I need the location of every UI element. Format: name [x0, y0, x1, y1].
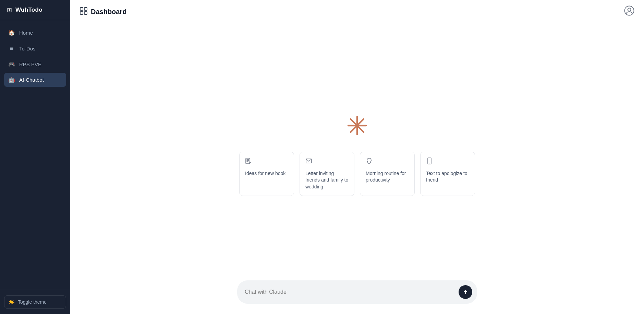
home-icon: 🏠	[8, 30, 15, 36]
chat-send-button[interactable]	[459, 285, 472, 299]
chatbot-icon: 🤖	[8, 77, 15, 83]
suggestion-cards: Ideas for new book Letter inviting frien…	[239, 152, 475, 196]
chat-bar-wrap	[70, 280, 644, 304]
svg-rect-0	[80, 8, 83, 10]
card-apology[interactable]: Text to apologize to friend	[420, 152, 475, 196]
card-routine[interactable]: Morning routine for productivity	[360, 152, 415, 196]
sidebar-nav: 🏠 Home ≡ To-Dos 🎮 RPS PVE 🤖 AI-Chatbot	[0, 20, 70, 290]
header: Dashboard	[70, 0, 644, 24]
app-name: WuhTodo	[15, 7, 42, 13]
edit-icon-book	[245, 158, 288, 166]
sun-icon: ☀️	[9, 299, 14, 305]
edit-icon-letter	[305, 158, 349, 166]
card-apology-label: Text to apologize to friend	[426, 170, 469, 184]
main-content: Ideas for new book Letter inviting frien…	[70, 24, 644, 314]
logo-grid-icon: ⊞	[7, 6, 12, 14]
phone-icon-apology	[426, 158, 469, 166]
main-area: Dashboard	[70, 0, 644, 314]
svg-point-5	[628, 8, 631, 11]
card-letter-label: Letter inviting friends and family to we…	[305, 170, 349, 190]
sidebar-item-home-label: Home	[19, 30, 33, 36]
card-book-label: Ideas for new book	[245, 170, 288, 177]
svg-point-13	[429, 163, 430, 163]
bulb-icon-routine	[366, 158, 409, 166]
dashboard-grid-icon	[80, 7, 87, 16]
sidebar-item-todos-label: To-Dos	[19, 46, 36, 51]
list-icon: ≡	[8, 45, 15, 52]
claude-logo	[346, 115, 368, 138]
svg-rect-2	[80, 12, 83, 14]
sidebar-item-ai-chatbot[interactable]: 🤖 AI-Chatbot	[4, 73, 66, 87]
card-routine-label: Morning routine for productivity	[366, 170, 409, 184]
game-icon: 🎮	[8, 61, 15, 68]
sidebar-item-home[interactable]: 🏠 Home	[4, 26, 66, 40]
sidebar-item-todos[interactable]: ≡ To-Dos	[4, 41, 66, 56]
header-title-wrap: Dashboard	[80, 7, 126, 16]
sidebar-logo: ⊞ WuhTodo	[0, 0, 70, 20]
page-title: Dashboard	[91, 8, 126, 16]
svg-rect-3	[84, 12, 87, 14]
sidebar-item-rps-label: RPS PVE	[19, 61, 41, 67]
card-letter[interactable]: Letter inviting friends and family to we…	[300, 152, 354, 196]
card-book[interactable]: Ideas for new book	[239, 152, 294, 196]
chat-bar	[237, 280, 477, 304]
sidebar: ⊞ WuhTodo 🏠 Home ≡ To-Dos 🎮 RPS PVE 🤖 AI…	[0, 0, 70, 314]
svg-rect-10	[246, 158, 250, 164]
sidebar-item-ai-label: AI-Chatbot	[19, 77, 44, 83]
chat-input[interactable]	[245, 289, 454, 295]
sidebar-item-rps-pve[interactable]: 🎮 RPS PVE	[4, 57, 66, 71]
toggle-theme-button[interactable]: ☀️ Toggle theme	[4, 295, 66, 309]
sidebar-bottom: ☀️ Toggle theme	[0, 290, 70, 314]
user-avatar-icon[interactable]	[624, 5, 634, 18]
toggle-theme-label: Toggle theme	[18, 299, 47, 305]
svg-rect-1	[84, 8, 87, 10]
